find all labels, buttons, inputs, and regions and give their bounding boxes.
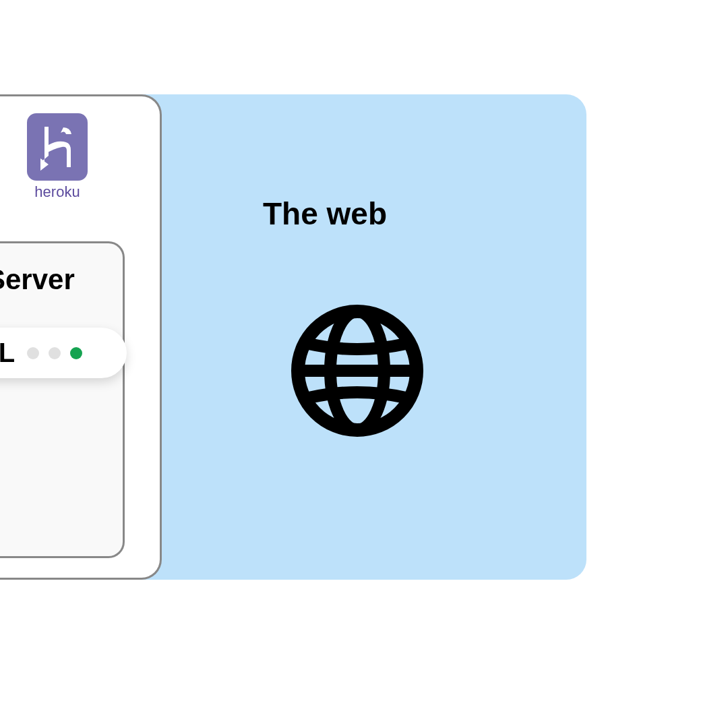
status-dot-inactive [49,347,61,359]
heroku-text: heroku [20,183,94,201]
heroku-logo: heroku [20,113,94,201]
web-title: The web [263,195,387,232]
status-dots [27,347,82,359]
status-dot-active [70,347,82,359]
status-dot-inactive [27,347,39,359]
server-panel: heroku Server URL [0,94,162,580]
url-pill: URL [0,328,127,378]
globe-icon [290,303,425,438]
heroku-logo-icon [27,113,88,181]
url-label: URL [0,338,15,368]
server-card: Server URL [0,241,125,558]
server-label: Server [0,264,75,296]
